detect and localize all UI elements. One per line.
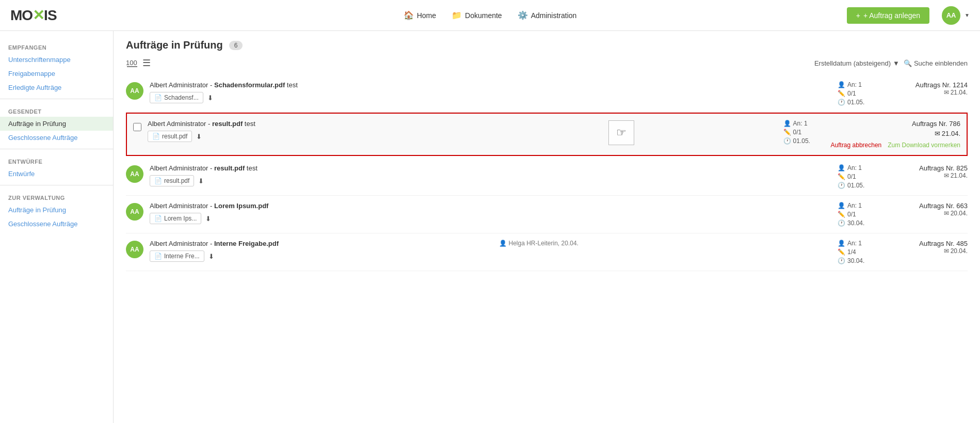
order-checkbox-2[interactable]	[133, 123, 141, 131]
edit-icon-1: ✏️	[838, 90, 845, 97]
toolbar-left: 100 ☰	[126, 57, 151, 69]
order-item-3: AA Albert Administrator - result.pdf tes…	[126, 158, 968, 196]
bulk-select-icon[interactable]: 100	[126, 58, 137, 69]
order-details-1: Albert Administrator - Schadensformular.…	[150, 81, 831, 103]
edit-icon-3: ✏️	[838, 173, 845, 180]
sort-label: Erstelldatum (absteigend)	[814, 59, 891, 67]
order-meta-5: 👤 An: 1 ✏️ 1/4 🕐 30.04.	[838, 240, 879, 264]
order-title-4: Albert Administrator - Lorem Ipsum.pdf	[150, 202, 831, 210]
order-number-actions-2: Auftrags Nr. 786 ✉ 21.04. Auftrag abbrec…	[831, 120, 960, 149]
order-attachments-3: 📄 result.pdf ⬇	[150, 175, 831, 186]
clock-icon-3: 🕐	[838, 182, 845, 189]
order-number-3: Auftrags Nr. 825 ✉ 21.04.	[885, 164, 968, 179]
nav-home[interactable]: 🏠 Home	[404, 10, 436, 20]
download-icon-4[interactable]: ⬇	[205, 215, 211, 223]
main-nav: 🏠 Home 📁 Dokumente ⚙️ Administration	[404, 10, 577, 20]
attachment-btn-4[interactable]: 📄 Lorem Ips...	[150, 213, 201, 224]
download-icon-1[interactable]: ⬇	[207, 94, 213, 102]
home-icon: 🏠	[404, 10, 414, 20]
folder-icon: 📁	[452, 10, 462, 20]
order-attachments-1: 📄 Schadensf... ⬇	[150, 92, 831, 103]
attachment-label-3: result.pdf	[164, 177, 189, 184]
toolbar-right: Erstelldatum (absteigend) ▼ 🔍 Suche einb…	[814, 59, 968, 67]
doc-icon-5: 📄	[154, 253, 162, 260]
order-attachments-5: 📄 Interne Fre... ⬇	[150, 250, 483, 262]
person-icon-3: 👤	[838, 164, 845, 171]
order-details-3: Albert Administrator - result.pdf test 📄…	[150, 164, 831, 186]
page-header: Aufträge in Prüfung 6	[126, 39, 968, 51]
cursor-hand-box: ☞	[608, 120, 634, 145]
order-title-1: Albert Administrator - Schadensformular.…	[150, 81, 831, 89]
header: MO✕IS 🏠 Home 📁 Dokumente ⚙️ Administrati…	[0, 0, 980, 31]
download-icon-2[interactable]: ⬇	[196, 133, 202, 140]
clock-icon-2: 🕐	[783, 137, 791, 145]
order-details-4: Albert Administrator - Lorem Ipsum.pdf 📄…	[150, 202, 831, 224]
order-meta-4: 👤 An: 1 ✏️ 0/1 🕐 30.04.	[838, 202, 879, 227]
order-item-2-inner: Albert Administrator - result.pdf test 📄…	[133, 120, 960, 149]
search-toggle-label: Suche einblenden	[914, 59, 968, 67]
order-item-5: AA Albert Administrator - Interne Freiga…	[126, 233, 968, 271]
main-content: Aufträge in Prüfung 6 100 ☰ Erstelldatum…	[114, 31, 980, 423]
order-title-3: Albert Administrator - result.pdf test	[150, 164, 831, 172]
sidebar-item-freigabemappe[interactable]: Freigabemappe	[0, 67, 113, 81]
edit-icon-5: ✏️	[838, 248, 845, 256]
envelope-icon-2: ✉	[935, 130, 940, 137]
nav-administration[interactable]: ⚙️ Administration	[518, 10, 577, 20]
search-toggle[interactable]: 🔍 Suche einblenden	[904, 59, 968, 67]
sidebar: Empfangen Unterschriftenmappe Freigabema…	[0, 31, 114, 423]
order-title-5: Albert Administrator - Interne Freigabe.…	[150, 240, 483, 247]
order-number-4: Auftrags Nr. 663 ✉ 20.04.	[885, 202, 968, 217]
sidebar-item-geschlossene-auftraege[interactable]: Geschlossene Aufträge	[0, 131, 113, 145]
order-meta-2: 👤 An: 1 ✏️ 0/1 🕐 01.05.	[783, 120, 825, 145]
attachment-btn-5[interactable]: 📄 Interne Fre...	[150, 250, 204, 262]
sidebar-section-gesendet: Gesendet	[0, 103, 113, 117]
sidebar-item-auftraege-in-pruefung[interactable]: Aufträge in Prüfung	[0, 117, 113, 131]
cancel-order-btn-2[interactable]: Auftrag abbrechen	[831, 142, 882, 149]
doc-icon-1: 📄	[154, 94, 162, 101]
avatar-1: AA	[126, 82, 143, 100]
envelope-icon-4: ✉	[944, 210, 949, 217]
toolbar: 100 ☰ Erstelldatum (absteigend) ▼ 🔍 Such…	[126, 57, 968, 69]
clock-icon-5: 🕐	[838, 257, 845, 264]
sidebar-item-erledigte[interactable]: Erledigte Aufträge	[0, 81, 113, 95]
sidebar-item-entwuerfe[interactable]: Entwürfe	[0, 167, 113, 181]
order-item-1: AA Albert Administrator - Schadensformul…	[126, 75, 968, 113]
list-view-icon[interactable]: ☰	[142, 57, 151, 69]
user-chevron-icon[interactable]: ▼	[965, 12, 970, 18]
person-icon-1: 👤	[838, 81, 845, 88]
download-icon-3[interactable]: ⬇	[198, 177, 204, 185]
envelope-icon-3: ✉	[944, 172, 949, 179]
new-order-label: + Auftrag anlegen	[863, 11, 920, 20]
attachment-btn-3[interactable]: 📄 result.pdf	[150, 175, 194, 186]
attachment-btn-1[interactable]: 📄 Schadensf...	[150, 92, 203, 103]
person-icon-5: 👤	[838, 240, 845, 247]
header-right: + + Auftrag anlegen AA ▼	[847, 6, 970, 25]
user-avatar[interactable]: AA	[942, 6, 960, 25]
sidebar-item-unterschriftenmappe[interactable]: Unterschriftenmappe	[0, 53, 113, 67]
download-queue-btn-2[interactable]: Zum Download vormerken	[888, 142, 960, 149]
sort-select[interactable]: Erstelldatum (absteigend) ▼	[814, 59, 899, 67]
sidebar-item-verwaltung-geschlossen[interactable]: Geschlossene Aufträge	[0, 217, 113, 231]
attachment-label-5: Interne Fre...	[164, 253, 200, 260]
sidebar-section-empfangen: Empfangen	[0, 39, 113, 53]
sidebar-section-verwaltung: Zur Verwaltung	[0, 190, 113, 203]
svg-text:100: 100	[126, 59, 137, 67]
sidebar-item-verwaltung-pruefung[interactable]: Aufträge in Prüfung	[0, 203, 113, 217]
user-initials: AA	[946, 11, 956, 19]
order-number-1: Auftrags Nr. 1214 ✉ 21.04.	[885, 81, 968, 96]
order-count-badge: 6	[229, 41, 243, 50]
doc-icon-4: 📄	[154, 215, 162, 222]
order-details-5: Albert Administrator - Interne Freigabe.…	[150, 240, 483, 262]
search-icon: 🔍	[904, 59, 912, 67]
envelope-icon-5: ✉	[944, 247, 949, 255]
nav-dokumente-label: Dokumente	[465, 11, 502, 20]
meta-edit-1: ✏️ 0/1	[838, 90, 856, 97]
attachment-btn-2[interactable]: 📄 result.pdf	[148, 131, 192, 142]
nav-dokumente[interactable]: 📁 Dokumente	[452, 10, 502, 20]
cursor-area: ☞	[465, 120, 777, 146]
new-order-button[interactable]: + + Auftrag anlegen	[847, 7, 929, 24]
person-icon-4: 👤	[838, 202, 845, 209]
download-icon-5[interactable]: ⬇	[208, 253, 214, 260]
edit-icon-4: ✏️	[838, 211, 845, 218]
attachment-label-4: Lorem Ips...	[164, 215, 197, 222]
